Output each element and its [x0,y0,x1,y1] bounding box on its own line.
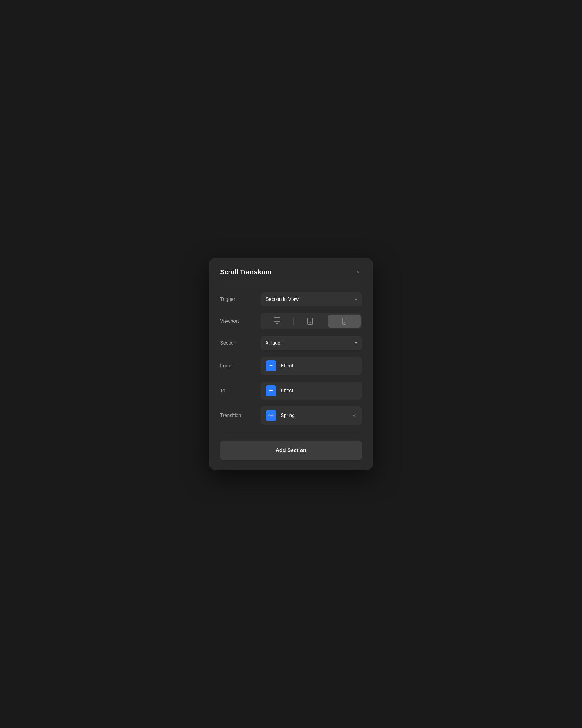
viewport-mobile-button[interactable] [328,315,361,328]
transition-clear-button[interactable]: ✕ [351,412,357,420]
trigger-dropdown-arrow: ▾ [355,297,357,302]
section-control: #trigger ▾ [261,336,362,350]
section-row: Section #trigger ▾ [220,336,362,350]
trigger-label: Trigger [220,297,253,302]
modal-footer: Add Section [209,441,373,470]
tablet-icon [307,318,313,324]
scroll-transform-modal: Scroll Transform × Trigger Section in Vi… [209,258,373,470]
modal-header: Scroll Transform × [209,258,373,284]
viewport-row: Viewport [220,313,362,330]
footer-divider [220,433,362,434]
wave-icon [266,410,276,421]
to-effect-button[interactable]: Effect [261,382,362,400]
trigger-control: Section in View ▾ [261,292,362,306]
viewport-tablet-button[interactable] [294,314,327,329]
wave-svg [268,413,274,419]
from-control: Effect [261,357,362,375]
from-label: From [220,363,253,368]
viewport-label: Viewport [220,318,253,324]
viewport-toggle-group [261,313,362,330]
from-effect-button[interactable]: Effect [261,357,362,375]
transition-control: Spring ✕ [261,407,362,425]
to-sparkle-icon [266,385,276,396]
to-control: Effect [261,382,362,400]
transition-value: Spring [281,413,347,418]
from-sparkle-icon [266,360,276,371]
sparkle-svg [268,363,274,369]
desktop-icon [274,317,280,325]
to-effect-label: Effect [281,388,293,393]
from-effect-label: Effect [281,363,293,368]
from-row: From Effect [220,357,362,375]
section-label: Section [220,340,253,346]
to-label: To [220,388,253,393]
section-dropdown-arrow: ▾ [355,341,357,345]
close-button[interactable]: × [354,268,362,276]
transition-label: Transition [220,413,253,418]
viewport-desktop-button[interactable] [261,313,294,330]
close-icon: × [356,269,360,276]
add-section-button[interactable]: Add Section [220,441,362,460]
section-dropdown[interactable]: #trigger ▾ [261,336,362,350]
section-value: #trigger [266,340,282,346]
trigger-row: Trigger Section in View ▾ [220,292,362,306]
trigger-value: Section in View [266,297,299,302]
sparkle-svg-2 [268,388,274,394]
modal-body: Trigger Section in View ▾ Viewport [209,284,373,433]
transition-row: Transition Spring ✕ [220,407,362,425]
transition-button[interactable]: Spring ✕ [261,407,362,425]
modal-title: Scroll Transform [220,268,272,276]
mobile-icon [342,318,346,324]
trigger-dropdown[interactable]: Section in View ▾ [261,292,362,306]
viewport-control [261,313,362,330]
to-row: To Effect [220,382,362,400]
